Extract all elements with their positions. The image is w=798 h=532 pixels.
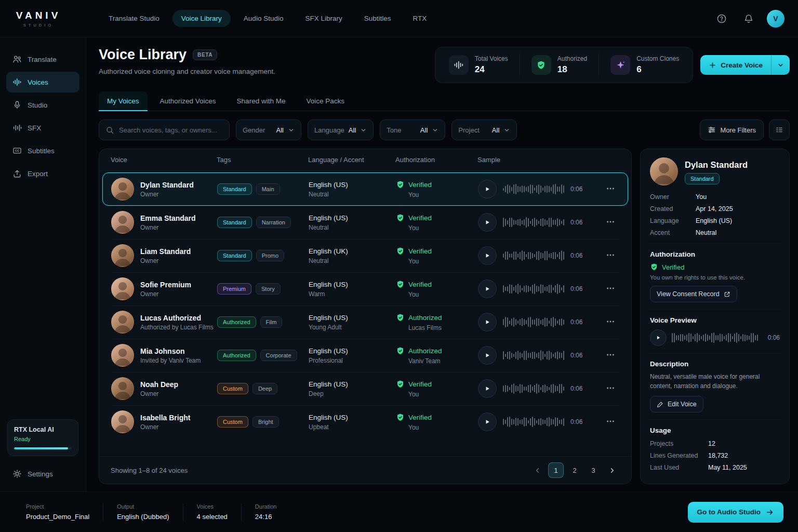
- voice-name: Mia Johnson: [140, 347, 201, 355]
- filter-label: Language: [314, 126, 344, 134]
- view-consent-record-button[interactable]: View Consent Record: [650, 286, 737, 302]
- table-header: Voice Tags Language / Accent Authorizati…: [99, 149, 631, 171]
- more-dots-icon: [606, 284, 615, 293]
- table-row[interactable]: Lucas Authorized Authorized by Lucas Fil…: [102, 305, 628, 339]
- play-button[interactable]: [478, 246, 497, 265]
- play-button[interactable]: [478, 413, 497, 431]
- field-label: Created: [650, 205, 696, 212]
- voice-accent: Upbeat: [309, 423, 396, 431]
- create-voice-caret[interactable]: [771, 55, 790, 75]
- chevron-down-icon: [503, 127, 510, 134]
- page-button[interactable]: 2: [567, 462, 582, 478]
- row-menu-button[interactable]: [603, 214, 618, 231]
- page-button[interactable]: 1: [548, 462, 564, 478]
- row-menu-button[interactable]: [603, 347, 618, 364]
- cta-label: Go to Audio Studio: [697, 508, 761, 516]
- help-button[interactable]: [713, 10, 730, 28]
- notifications-button[interactable]: [740, 10, 757, 28]
- next-page-button[interactable]: [604, 462, 620, 478]
- consent-button-label: View Consent Record: [657, 290, 720, 298]
- play-button[interactable]: [478, 213, 497, 232]
- table-row[interactable]: Liam Standard Owner Standard Promo Engl: [102, 239, 628, 272]
- play-button[interactable]: [478, 346, 497, 365]
- top-nav-item[interactable]: SFX Library: [296, 10, 351, 27]
- page-button[interactable]: 3: [586, 462, 601, 478]
- table-row[interactable]: Sofie Premium Owner Premium Story Engli: [102, 272, 628, 305]
- preview-play-button[interactable]: [650, 329, 667, 346]
- sidebar-item-export[interactable]: Export: [6, 163, 79, 184]
- field-value: You: [696, 193, 780, 201]
- library-tab[interactable]: Authorized Voices: [152, 91, 224, 111]
- search-input[interactable]: [119, 126, 223, 134]
- voice-owner-line: Authorized by Lucas Films: [140, 324, 214, 331]
- user-avatar[interactable]: V: [767, 10, 784, 28]
- sample-waveform[interactable]: [503, 414, 564, 430]
- rtx-title: RTX Local AI: [14, 426, 72, 433]
- sample-waveform[interactable]: [503, 348, 564, 363]
- create-voice-button[interactable]: Create Voice: [700, 55, 790, 75]
- row-menu-button[interactable]: [603, 281, 618, 298]
- sidebar-item-settings[interactable]: Settings: [6, 463, 79, 484]
- filter-dropdown[interactable]: Tone All: [380, 119, 445, 140]
- usage-label: Projects: [650, 440, 708, 447]
- sample-waveform[interactable]: [503, 314, 564, 330]
- edit-voice-button[interactable]: Edit Voice: [650, 396, 703, 413]
- play-button[interactable]: [478, 379, 497, 398]
- sidebar-item-subtitles[interactable]: CC Subtitles: [6, 140, 79, 161]
- play-button[interactable]: [478, 313, 497, 331]
- row-menu-button[interactable]: [603, 314, 618, 331]
- voice-secondary-tag: Film: [260, 316, 283, 328]
- sidebar-item-studio[interactable]: Studio: [6, 95, 79, 115]
- sample-waveform[interactable]: [503, 181, 564, 197]
- sidebar: Translate Voices Studio SFX CC Subtitles…: [0, 37, 86, 491]
- top-nav-item[interactable]: Audio Studio: [235, 10, 292, 27]
- table-row[interactable]: Emma Standard Owner Standard Narration: [102, 206, 628, 239]
- top-nav-item[interactable]: Translate Studio: [100, 10, 168, 27]
- waveform-icon: [449, 55, 469, 75]
- sample-duration: 0:06: [570, 185, 582, 193]
- voice-primary-tag: Premium: [217, 283, 251, 295]
- sidebar-item-sfx[interactable]: SFX: [6, 117, 79, 138]
- filter-dropdown[interactable]: Project All: [451, 119, 517, 140]
- shield-check-icon: [396, 180, 405, 189]
- row-menu-button[interactable]: [603, 380, 618, 397]
- table-row[interactable]: Noah Deep Owner Custom Deep English (US: [102, 372, 628, 405]
- row-menu-button[interactable]: [603, 247, 618, 264]
- auth-status: Verified: [408, 414, 432, 421]
- sample-waveform[interactable]: [503, 248, 564, 263]
- list-view-icon: [775, 126, 783, 134]
- top-nav-item[interactable]: Voice Library: [172, 10, 231, 27]
- preview-waveform[interactable]: [672, 330, 763, 345]
- voice-primary-tag: Standard: [217, 217, 252, 228]
- view-options-button[interactable]: [769, 119, 790, 140]
- sample-waveform[interactable]: [503, 281, 564, 297]
- table-row[interactable]: Isabella Bright Owner Custom Bright Eng: [102, 405, 628, 438]
- library-tab[interactable]: My Voices: [99, 91, 148, 111]
- stat-total-voices: Total Voices 24: [437, 54, 520, 76]
- sidebar-item-translate[interactable]: Translate: [6, 49, 79, 70]
- table-row[interactable]: Mia Johnson Invited by Vaniv Team Author…: [102, 339, 628, 372]
- detail-avatar: [650, 157, 678, 185]
- search-box[interactable]: [99, 119, 230, 140]
- sample-waveform[interactable]: [503, 215, 564, 230]
- top-nav-item[interactable]: Subtitles: [355, 10, 400, 27]
- row-menu-button[interactable]: [603, 181, 618, 198]
- library-tab[interactable]: Shared with Me: [229, 91, 294, 111]
- beta-badge: BETA: [193, 49, 217, 60]
- table-row[interactable]: Dylan Standard Owner Standard Main Engl: [102, 172, 628, 206]
- go-to-audio-studio-button[interactable]: Go to Audio Studio: [688, 502, 783, 523]
- prev-page-button[interactable]: [529, 462, 545, 478]
- voice-accent: Deep: [309, 390, 396, 397]
- filter-dropdown[interactable]: Language All: [308, 119, 374, 140]
- play-button[interactable]: [478, 280, 497, 298]
- sample-waveform[interactable]: [503, 381, 564, 396]
- column-header: Authorization: [395, 156, 477, 164]
- library-tab[interactable]: Voice Packs: [298, 91, 353, 111]
- sidebar-item-voices[interactable]: Voices: [6, 72, 79, 92]
- top-nav-item[interactable]: RTX: [404, 10, 435, 27]
- filter-dropdown[interactable]: Gender All: [236, 119, 301, 140]
- more-filters-button[interactable]: More Filters: [700, 119, 764, 140]
- more-dots-icon: [606, 184, 615, 193]
- play-button[interactable]: [478, 180, 497, 198]
- row-menu-button[interactable]: [603, 414, 618, 431]
